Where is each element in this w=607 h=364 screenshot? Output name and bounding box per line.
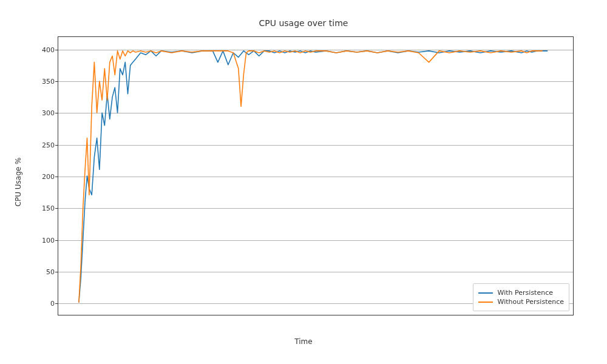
legend-label: Without Persistence — [498, 298, 564, 306]
y-axis-label: CPU Usage % — [12, 0, 24, 364]
legend-swatch-orange — [478, 302, 493, 303]
ytick-label: 400 — [28, 46, 55, 53]
plot-area: 050100150200250300350400 With Persistenc… — [58, 36, 574, 315]
ytick-label: 0 — [28, 300, 55, 307]
ytick-label: 300 — [28, 110, 55, 116]
series-with-persistence — [79, 51, 548, 302]
ytick-label: 150 — [28, 205, 55, 212]
legend-swatch-blue — [478, 292, 493, 294]
ytick-label: 50 — [28, 268, 55, 275]
legend-item-with-persistence: With Persistence — [478, 289, 564, 297]
series-without-persistence — [79, 51, 542, 302]
legend: With Persistence Without Persistence — [473, 283, 569, 311]
legend-label: With Persistence — [498, 289, 553, 297]
x-axis-label-text: Time — [294, 337, 312, 346]
figure: CPU usage over time CPU Usage % Time 050… — [0, 0, 607, 364]
chart-title: CPU usage over time — [0, 18, 607, 28]
ytick-label: 100 — [28, 237, 55, 243]
ytick-label: 350 — [28, 78, 55, 85]
plot-svg — [58, 37, 573, 315]
chart-title-text: CPU usage over time — [259, 18, 348, 28]
x-axis-label: Time — [0, 337, 607, 346]
ytick-label: 200 — [28, 174, 55, 180]
ytick-label: 250 — [28, 141, 55, 148]
legend-item-without-persistence: Without Persistence — [478, 298, 564, 306]
y-axis-label-text: CPU Usage % — [14, 158, 22, 207]
